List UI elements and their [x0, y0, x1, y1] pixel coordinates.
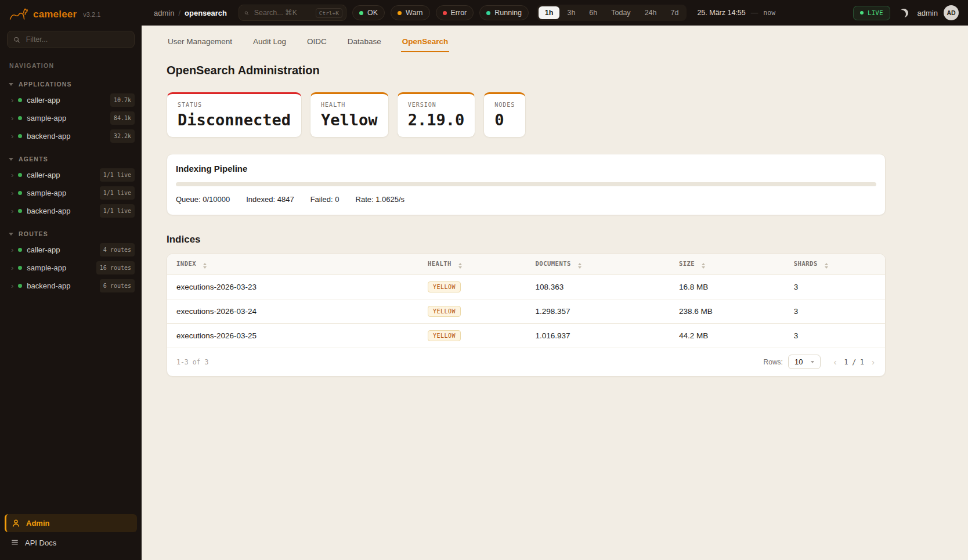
nav-group-agents: AGENTS › caller-app 1/1 live › sample-ap… — [0, 153, 142, 220]
cell-documents: 108.363 — [526, 275, 670, 299]
time-range-1h[interactable]: 1h — [539, 6, 560, 19]
sidebar-item-admin[interactable]: Admin — [5, 514, 137, 532]
tab-oidc[interactable]: OIDC — [306, 32, 328, 52]
breadcrumb: admin / opensearch — [154, 9, 227, 17]
datetime-range[interactable]: 25. März 14:55 — now — [697, 9, 775, 17]
rows-per-page-label: Rows: — [764, 358, 783, 366]
indices-table: INDEX HEALTH DOCUMENTS SIZE — [167, 254, 885, 348]
time-range-24h[interactable]: 24h — [638, 6, 663, 19]
camel-icon — [9, 8, 28, 21]
stat-card-nodes: NODES 0 — [483, 92, 526, 138]
time-range-6h[interactable]: 6h — [583, 6, 604, 19]
status-dot — [18, 266, 22, 270]
column-header-size[interactable]: SIZE — [670, 254, 785, 275]
tab-user-management[interactable]: User Management — [167, 32, 233, 52]
nav-group-applications: APPLICATIONS › caller-app 10.7k › sample… — [0, 78, 142, 145]
breadcrumb-parent[interactable]: admin — [154, 9, 174, 17]
time-range-7d[interactable]: 7d — [664, 6, 685, 19]
chevron-right-icon: › — [11, 246, 13, 254]
column-header-index[interactable]: INDEX — [167, 254, 418, 275]
pagination: ‹ 1 / 1 › — [832, 357, 876, 367]
next-page-button[interactable]: › — [871, 357, 876, 367]
row-range-label: 1-3 of 3 — [176, 358, 208, 366]
group-header-routes[interactable]: ROUTES — [0, 228, 142, 241]
status-dot — [18, 134, 22, 138]
filter-input[interactable] — [25, 35, 128, 44]
tab-opensearch[interactable]: OpenSearch — [401, 32, 450, 52]
table-row[interactable]: executions-2026-03-23 YELLOW 108.363 16.… — [167, 275, 885, 299]
sidebar-item-route-caller-app[interactable]: › caller-app 4 routes — [0, 241, 142, 259]
sidebar-item-app-backend-app[interactable]: › backend-app 32.2k — [0, 127, 142, 145]
cell-documents: 1.016.937 — [526, 324, 670, 348]
indices-section-title: Indices — [167, 234, 944, 245]
time-range-3h[interactable]: 3h — [561, 6, 581, 19]
sidebar-filter — [7, 31, 135, 48]
cell-index: executions-2026-03-23 — [167, 275, 418, 299]
collapse-caret-icon — [9, 233, 13, 236]
collapse-caret-icon — [9, 83, 13, 86]
admin-tabs: User Management Audit Log OIDC Database … — [167, 32, 944, 52]
sidebar-item-agent-sample-app[interactable]: › sample-app 1/1 live — [0, 184, 142, 202]
routes-badge: 4 routes — [100, 243, 135, 256]
indices-table-card: INDEX HEALTH DOCUMENTS SIZE — [167, 254, 886, 377]
sidebar-item-agent-caller-app[interactable]: › caller-app 1/1 live — [0, 166, 142, 184]
table-row[interactable]: executions-2026-03-24 YELLOW 1.298.357 2… — [167, 299, 885, 324]
pipeline-title: Indexing Pipeline — [176, 164, 876, 174]
stat-value: Yellow — [321, 112, 378, 128]
chevron-right-icon: › — [11, 207, 13, 215]
pipeline-progress-bar — [176, 182, 876, 186]
tab-database[interactable]: Database — [346, 32, 382, 52]
group-header-applications[interactable]: APPLICATIONS — [0, 78, 142, 91]
running-status-dot — [486, 11, 490, 15]
live-toggle[interactable]: LIVE — [853, 6, 890, 20]
cell-shards: 3 — [785, 275, 885, 299]
live-badge: 1/1 live — [100, 186, 135, 200]
sidebar-item-route-backend-app[interactable]: › backend-app 6 routes — [0, 277, 142, 295]
column-header-shards[interactable]: SHARDS — [785, 254, 885, 275]
sidebar-item-agent-backend-app[interactable]: › backend-app 1/1 live — [0, 202, 142, 220]
pipeline-stat-queue: Queue: 0/10000 — [176, 195, 230, 204]
routes-badge: 16 routes — [96, 261, 135, 274]
filter-chip-running[interactable]: Running — [479, 5, 529, 20]
status-dot — [18, 248, 22, 252]
table-row[interactable]: executions-2026-03-25 YELLOW 1.016.937 4… — [167, 324, 885, 348]
sidebar-item-app-sample-app[interactable]: › sample-app 84.1k — [0, 109, 142, 127]
search-icon — [244, 9, 249, 17]
theme-toggle-button[interactable] — [897, 6, 911, 20]
filter-chip-ok[interactable]: OK — [352, 5, 385, 20]
filter-chip-warn[interactable]: Warn — [391, 5, 429, 20]
page-title: OpenSearch Administration — [167, 64, 944, 77]
column-header-health[interactable]: HEALTH — [418, 254, 526, 275]
routes-badge: 6 routes — [100, 279, 135, 292]
previous-page-button[interactable]: ‹ — [832, 357, 837, 367]
sidebar-item-app-caller-app[interactable]: › caller-app 10.7k — [0, 91, 142, 109]
tab-audit-log[interactable]: Audit Log — [252, 32, 287, 52]
breadcrumb-current: opensearch — [185, 9, 227, 17]
datetime-start: 25. März 14:55 — [697, 9, 745, 17]
datetime-end: now — [763, 9, 775, 17]
sidebar-item-api-docs[interactable]: API Docs — [5, 534, 137, 552]
brand-logo[interactable]: cameleer v3.2.1 — [0, 0, 142, 26]
column-header-documents[interactable]: DOCUMENTS — [526, 254, 670, 275]
sidebar-item-route-sample-app[interactable]: › sample-app 16 routes — [0, 259, 142, 277]
chevron-right-icon: › — [11, 132, 13, 140]
group-header-agents[interactable]: AGENTS — [0, 153, 142, 166]
sort-icon — [578, 263, 581, 269]
chevron-right-icon: › — [11, 282, 13, 290]
sidebar-footer: Admin API Docs — [0, 510, 142, 560]
search-input[interactable] — [253, 8, 312, 17]
count-badge: 10.7k — [110, 93, 135, 107]
cell-health: YELLOW — [418, 299, 526, 324]
chevron-down-icon — [811, 361, 814, 363]
nav-group-routes: ROUTES › caller-app 4 routes › sample-ap… — [0, 228, 142, 295]
ok-status-dot — [359, 11, 363, 15]
user-avatar[interactable]: AD — [944, 5, 959, 20]
indexing-pipeline-card: Indexing Pipeline Queue: 0/10000 Indexed… — [167, 154, 886, 215]
filter-chip-error[interactable]: Error — [436, 5, 474, 20]
stat-label: VERSION — [408, 102, 465, 108]
pipeline-stat-rate: Rate: 1.0625/s — [356, 195, 405, 204]
time-range-today[interactable]: Today — [605, 6, 637, 19]
rows-per-page-select[interactable]: 10 — [788, 355, 821, 369]
cell-size: 16.8 MB — [670, 275, 785, 299]
cell-shards: 3 — [785, 299, 885, 324]
